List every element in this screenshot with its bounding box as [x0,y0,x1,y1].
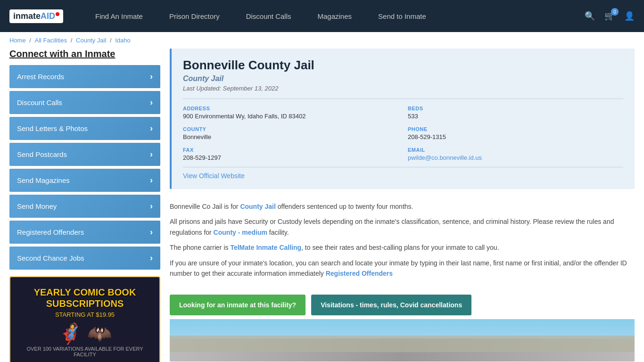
desc-p1: Bonneville Co Jail is for County Jail of… [170,201,635,212]
arrow-icon: › [150,123,153,133]
county-jail-link[interactable]: County Jail [240,203,275,210]
phone-value: 208-529-1315 [408,133,623,140]
action-buttons: Looking for an inmate at this facility? … [170,295,635,315]
ad-subtitle: STARTING AT $19.95 [55,311,115,318]
county-label: COUNTY [183,126,398,132]
nav-links: Find An Inmate Prison Directory Discount… [82,0,585,32]
sidebar-title: Connect with an Inmate [9,49,160,59]
logo-text: inmateAID [13,11,59,21]
sidebar-registered-offenders[interactable]: Registered Offenders › [9,221,160,244]
arrow-icon: › [150,175,153,185]
superman-icon: 🦸 [58,322,83,345]
ad-heroes: 🦸 🦇 [58,322,112,345]
find-inmate-button[interactable]: Looking for an inmate at this facility? [170,295,305,315]
fax-value: 208-529-1297 [183,154,398,161]
breadcrumb-county-jail[interactable]: County Jail [76,37,106,44]
nav-find-inmate[interactable]: Find An Inmate [82,0,156,32]
registered-offenders-link[interactable]: Registered Offenders [326,270,393,277]
county-cell: COUNTY Bonneville [183,126,398,140]
desc-p3: The phone carrier is TelMate Inmate Call… [170,242,635,253]
sidebar-second-chance-jobs[interactable]: Second Chance Jobs › [9,247,160,270]
address-cell: ADDRESS 900 Environmental Wy, Idaho Fall… [183,106,398,120]
ad-title: YEARLY COMIC BOOK SUBSCRIPTIONS [16,287,154,309]
ad-note: OVER 100 VARIATIONS AVAILABLE FOR EVERY … [16,346,154,357]
arrow-icon: › [150,227,153,237]
county-medium-link[interactable]: County - medium [214,229,267,236]
breadcrumb-home[interactable]: Home [9,37,26,44]
cart-badge: 0 [611,8,619,16]
website-link[interactable]: View Official Website [183,172,245,180]
main-navigation: inmateAID Find An Inmate Prison Director… [0,0,644,32]
sidebar-send-magazines[interactable]: Send Magazines › [9,169,160,192]
user-icon[interactable]: 👤 [624,11,635,21]
website-link-cell: View Official Website [183,167,623,180]
desc-p4: If you are unsure of your inmate's locat… [170,258,635,279]
nav-send-to-inmate[interactable]: Send to Inmate [365,0,439,32]
telmate-link[interactable]: TelMate Inmate Calling [230,244,301,251]
facility-image [170,319,635,362]
phone-label: PHONE [408,126,623,132]
batman-icon: 🦇 [87,322,112,345]
description-area: Bonneville Co Jail is for County Jail of… [170,197,635,288]
county-value: Bonneville [183,133,398,140]
facility-name: Bonneville County Jail [183,58,623,73]
nav-discount-calls[interactable]: Discount Calls [233,0,305,32]
sidebar-discount-calls[interactable]: Discount Calls › [9,91,160,114]
main-container: Connect with an Inmate Arrest Records › … [0,49,644,362]
sidebar: Connect with an Inmate Arrest Records › … [9,49,160,362]
fax-cell: FAX 208-529-1297 [183,147,398,161]
sidebar-send-letters[interactable]: Send Letters & Photos › [9,117,160,140]
info-grid: ADDRESS 900 Environmental Wy, Idaho Fall… [183,99,623,161]
nav-icons: 🔍 🛒 0 👤 [585,11,635,21]
arrow-icon: › [150,201,153,211]
address-label: ADDRESS [183,106,398,111]
sidebar-ad[interactable]: YEARLY COMIC BOOK SUBSCRIPTIONS STARTING… [9,276,160,362]
sidebar-arrest-records[interactable]: Arrest Records › [9,65,160,88]
fax-label: FAX [183,147,398,153]
beds-label: BEDS [408,106,623,111]
visitations-button[interactable]: Visitations - times, rules, Covid cancel… [311,295,471,315]
logo[interactable]: inmateAID [9,9,63,23]
cart-icon[interactable]: 🛒 0 [604,11,615,21]
arrow-icon: › [150,72,153,82]
arrow-icon: › [150,98,153,107]
breadcrumb: Home / All Facilities / County Jail / Id… [0,32,644,49]
breadcrumb-state[interactable]: Idaho [115,37,131,44]
arrow-icon: › [150,149,153,159]
email-label: EMAIL [408,147,623,153]
beds-value: 533 [408,113,623,120]
arrow-icon: › [150,253,153,263]
search-icon[interactable]: 🔍 [585,11,595,21]
email-value: pwilde@co.bonneville.id.us [408,154,623,161]
facility-updated: Last Updated: September 13, 2022 [183,85,623,92]
address-value: 900 Environmental Wy, Idaho Falls, ID 83… [183,113,398,120]
sidebar-send-postcards[interactable]: Send Postcards › [9,143,160,166]
email-cell: EMAIL pwilde@co.bonneville.id.us [408,147,623,161]
beds-cell: BEDS 533 [408,106,623,120]
sidebar-send-money[interactable]: Send Money › [9,195,160,218]
nav-prison-directory[interactable]: Prison Directory [156,0,233,32]
email-link[interactable]: pwilde@co.bonneville.id.us [408,154,482,161]
desc-p2: All prisons and jails have Security or C… [170,216,635,238]
breadcrumb-all-facilities[interactable]: All Facilities [35,37,67,44]
phone-cell: PHONE 208-529-1315 [408,126,623,140]
nav-magazines[interactable]: Magazines [305,0,365,32]
facility-type: County Jail [183,74,623,83]
facility-card: Bonneville County Jail County Jail Last … [170,49,635,189]
content-area: Bonneville County Jail County Jail Last … [170,49,635,362]
